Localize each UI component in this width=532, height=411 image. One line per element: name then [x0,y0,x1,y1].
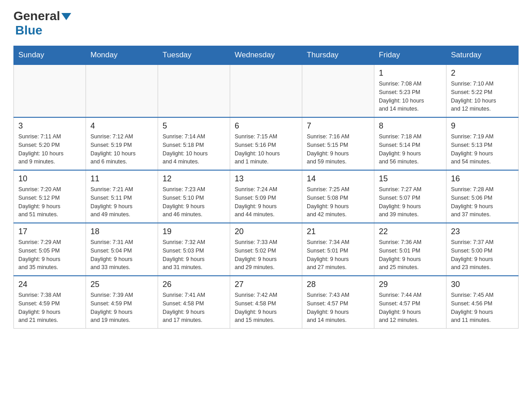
cell-day-number: 15 [379,174,442,184]
calendar-cell: 18Sunrise: 7:31 AMSunset: 5:04 PMDayligh… [86,223,158,276]
cell-day-number: 4 [90,121,153,131]
cell-info-text: Sunrise: 7:20 AMSunset: 5:12 PMDaylight:… [18,185,81,219]
cell-info-text: Sunrise: 7:29 AMSunset: 5:05 PMDaylight:… [18,238,81,272]
calendar-cell: 10Sunrise: 7:20 AMSunset: 5:12 PMDayligh… [14,170,86,223]
cell-day-number: 13 [235,174,297,184]
cell-day-number: 29 [379,280,442,289]
week-row-1: 1Sunrise: 7:08 AMSunset: 5:23 PMDaylight… [14,64,519,117]
cell-day-number: 8 [379,121,442,131]
calendar-cell: 8Sunrise: 7:18 AMSunset: 5:14 PMDaylight… [374,117,446,170]
cell-info-text: Sunrise: 7:42 AMSunset: 4:58 PMDaylight:… [235,291,297,325]
calendar-cell: 14Sunrise: 7:25 AMSunset: 5:08 PMDayligh… [302,170,374,223]
cell-day-number: 24 [18,280,81,289]
cell-info-text: Sunrise: 7:21 AMSunset: 5:11 PMDaylight:… [90,185,153,219]
cell-info-text: Sunrise: 7:38 AMSunset: 4:59 PMDaylight:… [18,291,81,325]
cell-day-number: 14 [307,174,369,184]
calendar-cell: 24Sunrise: 7:38 AMSunset: 4:59 PMDayligh… [14,276,86,329]
weekday-header-saturday: Saturday [446,46,519,65]
calendar-cell: 17Sunrise: 7:29 AMSunset: 5:05 PMDayligh… [14,223,86,276]
cell-info-text: Sunrise: 7:23 AMSunset: 5:10 PMDaylight:… [163,185,225,219]
calendar-cell [86,64,158,117]
cell-day-number: 5 [163,121,225,131]
cell-day-number: 7 [307,121,369,131]
cell-info-text: Sunrise: 7:16 AMSunset: 5:15 PMDaylight:… [307,133,369,166]
week-row-2: 3Sunrise: 7:11 AMSunset: 5:20 PMDaylight… [14,117,519,170]
calendar-cell: 29Sunrise: 7:44 AMSunset: 4:57 PMDayligh… [374,276,446,329]
calendar-cell: 9Sunrise: 7:19 AMSunset: 5:13 PMDaylight… [446,117,519,170]
cell-day-number: 3 [18,121,81,131]
cell-info-text: Sunrise: 7:45 AMSunset: 4:56 PMDaylight:… [451,291,514,325]
calendar-cell: 20Sunrise: 7:33 AMSunset: 5:02 PMDayligh… [230,223,302,276]
cell-day-number: 28 [307,280,369,289]
cell-day-number: 18 [90,227,153,236]
calendar-cell: 2Sunrise: 7:10 AMSunset: 5:22 PMDaylight… [446,64,519,117]
calendar-cell: 22Sunrise: 7:36 AMSunset: 5:01 PMDayligh… [374,223,446,276]
calendar-cell: 13Sunrise: 7:24 AMSunset: 5:09 PMDayligh… [230,170,302,223]
cell-day-number: 25 [90,280,153,289]
calendar-cell: 23Sunrise: 7:37 AMSunset: 5:00 PMDayligh… [446,223,519,276]
cell-day-number: 2 [451,68,514,78]
calendar-cell: 19Sunrise: 7:32 AMSunset: 5:03 PMDayligh… [158,223,230,276]
cell-info-text: Sunrise: 7:14 AMSunset: 5:18 PMDaylight:… [163,133,225,166]
cell-info-text: Sunrise: 7:28 AMSunset: 5:06 PMDaylight:… [451,185,514,219]
weekday-header-row: SundayMondayTuesdayWednesdayThursdayFrid… [14,46,519,65]
cell-info-text: Sunrise: 7:12 AMSunset: 5:19 PMDaylight:… [90,133,153,166]
weekday-header-monday: Monday [86,46,158,65]
cell-info-text: Sunrise: 7:08 AMSunset: 5:23 PMDaylight:… [379,80,442,113]
cell-info-text: Sunrise: 7:43 AMSunset: 4:57 PMDaylight:… [307,291,369,325]
calendar-cell [230,64,302,117]
week-row-4: 17Sunrise: 7:29 AMSunset: 5:05 PMDayligh… [14,223,519,276]
calendar-table: SundayMondayTuesdayWednesdayThursdayFrid… [13,46,519,329]
cell-info-text: Sunrise: 7:10 AMSunset: 5:22 PMDaylight:… [451,80,514,113]
calendar-cell: 4Sunrise: 7:12 AMSunset: 5:19 PMDaylight… [86,117,158,170]
weekday-header-friday: Friday [374,46,446,65]
cell-info-text: Sunrise: 7:31 AMSunset: 5:04 PMDaylight:… [90,238,153,272]
header: General Blue [13,9,519,38]
cell-day-number: 19 [163,227,225,236]
weekday-header-tuesday: Tuesday [158,46,230,65]
cell-info-text: Sunrise: 7:41 AMSunset: 4:58 PMDaylight:… [163,291,225,325]
calendar-cell: 1Sunrise: 7:08 AMSunset: 5:23 PMDaylight… [374,64,446,117]
cell-day-number: 23 [451,227,514,236]
cell-info-text: Sunrise: 7:24 AMSunset: 5:09 PMDaylight:… [235,185,297,219]
cell-info-text: Sunrise: 7:32 AMSunset: 5:03 PMDaylight:… [163,238,225,272]
weekday-header-sunday: Sunday [14,46,86,65]
calendar-cell: 26Sunrise: 7:41 AMSunset: 4:58 PMDayligh… [158,276,230,329]
week-row-5: 24Sunrise: 7:38 AMSunset: 4:59 PMDayligh… [14,276,519,329]
calendar-cell: 5Sunrise: 7:14 AMSunset: 5:18 PMDaylight… [158,117,230,170]
calendar-cell: 27Sunrise: 7:42 AMSunset: 4:58 PMDayligh… [230,276,302,329]
cell-day-number: 20 [235,227,297,236]
calendar-cell: 12Sunrise: 7:23 AMSunset: 5:10 PMDayligh… [158,170,230,223]
cell-info-text: Sunrise: 7:33 AMSunset: 5:02 PMDaylight:… [235,238,297,272]
cell-day-number: 9 [451,121,514,131]
calendar-cell: 7Sunrise: 7:16 AMSunset: 5:15 PMDaylight… [302,117,374,170]
cell-info-text: Sunrise: 7:18 AMSunset: 5:14 PMDaylight:… [379,133,442,166]
calendar-cell: 16Sunrise: 7:28 AMSunset: 5:06 PMDayligh… [446,170,519,223]
cell-info-text: Sunrise: 7:44 AMSunset: 4:57 PMDaylight:… [379,291,442,325]
cell-day-number: 10 [18,174,81,184]
logo: General Blue [13,9,71,38]
cell-info-text: Sunrise: 7:19 AMSunset: 5:13 PMDaylight:… [451,133,514,166]
cell-info-text: Sunrise: 7:34 AMSunset: 5:01 PMDaylight:… [307,238,369,272]
calendar-cell: 21Sunrise: 7:34 AMSunset: 5:01 PMDayligh… [302,223,374,276]
cell-day-number: 12 [163,174,225,184]
cell-info-text: Sunrise: 7:36 AMSunset: 5:01 PMDaylight:… [379,238,442,272]
cell-info-text: Sunrise: 7:11 AMSunset: 5:20 PMDaylight:… [18,133,81,166]
cell-day-number: 17 [18,227,81,236]
week-row-3: 10Sunrise: 7:20 AMSunset: 5:12 PMDayligh… [14,170,519,223]
cell-day-number: 6 [235,121,297,131]
cell-info-text: Sunrise: 7:15 AMSunset: 5:16 PMDaylight:… [235,133,297,166]
logo-blue-text: Blue [15,23,43,37]
weekday-header-wednesday: Wednesday [230,46,302,65]
calendar-cell: 28Sunrise: 7:43 AMSunset: 4:57 PMDayligh… [302,276,374,329]
cell-day-number: 11 [90,174,153,184]
calendar-cell: 3Sunrise: 7:11 AMSunset: 5:20 PMDaylight… [14,117,86,170]
cell-info-text: Sunrise: 7:39 AMSunset: 4:59 PMDaylight:… [90,291,153,325]
calendar-cell: 6Sunrise: 7:15 AMSunset: 5:16 PMDaylight… [230,117,302,170]
cell-info-text: Sunrise: 7:25 AMSunset: 5:08 PMDaylight:… [307,185,369,219]
cell-day-number: 26 [163,280,225,289]
calendar-cell: 25Sunrise: 7:39 AMSunset: 4:59 PMDayligh… [86,276,158,329]
cell-day-number: 30 [451,280,514,289]
calendar-cell: 11Sunrise: 7:21 AMSunset: 5:11 PMDayligh… [86,170,158,223]
svg-marker-0 [61,13,71,20]
